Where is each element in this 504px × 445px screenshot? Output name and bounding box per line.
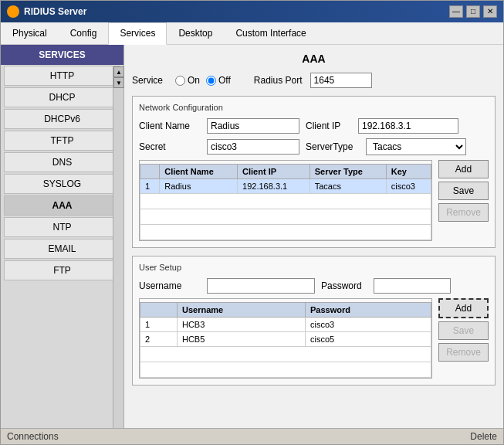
radius-port-label: Radius Port xyxy=(254,75,303,86)
server-type-label: ServerType xyxy=(306,141,360,152)
row-client-ip: 192.168.3.1 xyxy=(238,179,310,194)
user-setup-section: User Setup Username Password xyxy=(132,256,496,386)
network-config-section: Network Configuration Client Name Radius… xyxy=(132,96,496,248)
sidebar-item-ntp[interactable]: NTP xyxy=(4,217,120,237)
user-action-buttons: Add Save Remove xyxy=(438,298,489,379)
username-input[interactable] xyxy=(207,278,315,294)
network-save-button[interactable]: Save xyxy=(438,182,489,200)
user-col-num xyxy=(140,303,178,318)
sidebar-item-syslog[interactable]: SYSLOG xyxy=(4,174,120,194)
table-row-empty xyxy=(140,194,431,209)
panel-title: AAA xyxy=(132,53,496,65)
user-add-button[interactable]: Add xyxy=(438,298,489,318)
col-client-ip: Client IP xyxy=(238,165,310,179)
username-label: Username xyxy=(139,280,201,291)
sidebar-item-aaa[interactable]: AAA xyxy=(4,195,120,216)
radio-off-input[interactable] xyxy=(206,76,216,86)
table-row-empty xyxy=(140,209,431,225)
username-row: Username Password xyxy=(139,278,489,294)
user-table-container: Username Password 1 HCB3 cisco3 xyxy=(139,298,432,379)
table-row-empty xyxy=(140,225,431,240)
row-password: cisco5 xyxy=(306,332,431,347)
radius-port-input[interactable]: 1645 xyxy=(310,73,372,88)
main-panel: AAA Service On Off Radius Port 1645 xyxy=(124,45,503,428)
col-num xyxy=(140,165,160,179)
bottom-delete[interactable]: Delete xyxy=(470,431,497,442)
password-label: Password xyxy=(321,280,367,291)
bottom-connections[interactable]: Connections xyxy=(7,431,59,442)
tab-desktop[interactable]: Desktop xyxy=(167,22,224,44)
client-name-label: Client Name xyxy=(139,121,201,131)
row-index: 1 xyxy=(140,179,160,194)
sidebar-item-http[interactable]: HTTP xyxy=(4,66,120,86)
client-ip-label: Client IP xyxy=(306,121,352,131)
client-ip-input[interactable]: 192.168.3.1 xyxy=(358,118,458,134)
row-username: HCB3 xyxy=(177,318,305,332)
minimize-button[interactable]: — xyxy=(449,5,463,18)
main-window: RIDIUS Server — □ ✕ Physical Config Serv… xyxy=(0,0,504,445)
close-button[interactable]: ✕ xyxy=(483,5,497,18)
window-title: RIDIUS Server xyxy=(24,6,449,17)
user-table: Username Password 1 HCB3 cisco3 xyxy=(140,302,431,378)
client-name-input[interactable]: Radius xyxy=(207,118,299,134)
table-row-empty xyxy=(140,362,431,378)
network-config-title: Network Configuration xyxy=(139,103,489,112)
row-index: 2 xyxy=(140,332,178,347)
network-add-button[interactable]: Add xyxy=(438,160,489,178)
tab-config[interactable]: Config xyxy=(59,22,109,44)
tab-custom-interface[interactable]: Custom Interface xyxy=(224,22,317,44)
row-key: cisco3 xyxy=(386,179,431,194)
row-password: cisco3 xyxy=(306,318,431,332)
table-row[interactable]: 2 HCB5 cisco5 xyxy=(140,332,431,347)
row-index: 1 xyxy=(140,318,178,332)
table-row[interactable]: 1 HCB3 cisco3 xyxy=(140,318,431,332)
row-client-name: Radius xyxy=(160,179,238,194)
user-save-button[interactable]: Save xyxy=(438,321,489,340)
user-col-password: Password xyxy=(306,303,431,318)
table-row-empty xyxy=(140,347,431,362)
network-action-buttons: Add Save Remove xyxy=(438,160,489,241)
menu-bar: Physical Config Services Desktop Custom … xyxy=(1,22,503,45)
tab-physical[interactable]: Physical xyxy=(1,22,59,44)
user-remove-button[interactable]: Remove xyxy=(438,343,489,362)
secret-input[interactable]: cisco3 xyxy=(207,139,299,155)
secret-row: Secret cisco3 ServerType Tacacs Radius xyxy=(139,138,489,155)
maximize-button[interactable]: □ xyxy=(466,5,480,18)
sidebar-item-dhcpv6[interactable]: DHCPv6 xyxy=(4,109,120,129)
user-setup-title: User Setup xyxy=(139,263,489,272)
client-name-row: Client Name Radius Client IP 192.168.3.1 xyxy=(139,118,489,134)
radio-on-input[interactable] xyxy=(175,76,185,86)
scroll-up-button[interactable]: ▲ xyxy=(113,66,124,77)
sidebar-header: SERVICES xyxy=(1,45,123,65)
col-server-type: Server Type xyxy=(310,165,386,179)
sidebar-scrollbar: ▲ ▼ xyxy=(113,66,123,428)
sidebar-item-tftp[interactable]: TFTP xyxy=(4,131,120,151)
col-client-name: Client Name xyxy=(160,165,238,179)
service-row: Service On Off Radius Port 1645 xyxy=(132,73,496,88)
window-controls: — □ ✕ xyxy=(449,5,497,18)
network-table: Client Name Client IP Server Type Key 1 … xyxy=(140,164,431,240)
network-table-area: Client Name Client IP Server Type Key 1 … xyxy=(139,160,489,241)
bottom-bar: Connections Delete xyxy=(1,428,503,444)
server-type-select[interactable]: Tacacs Radius xyxy=(366,138,466,155)
sidebar-item-dhcp[interactable]: DHCP xyxy=(4,87,120,107)
col-key: Key xyxy=(386,165,431,179)
radio-off[interactable]: Off xyxy=(206,75,231,86)
radio-on[interactable]: On xyxy=(175,75,200,86)
network-remove-button[interactable]: Remove xyxy=(438,203,489,222)
content-area: SERVICES HTTP DHCP DHCPv6 TFTP DNS SYSLO… xyxy=(1,45,503,428)
table-row[interactable]: 1 Radius 192.168.3.1 Tacacs cisco3 xyxy=(140,179,431,194)
password-input[interactable] xyxy=(374,278,451,294)
user-col-username: Username xyxy=(177,303,305,318)
user-table-area: Username Password 1 HCB3 cisco3 xyxy=(139,298,489,379)
secret-label: Secret xyxy=(139,141,201,152)
network-table-container: Client Name Client IP Server Type Key 1 … xyxy=(139,160,432,241)
scroll-down-button[interactable]: ▼ xyxy=(113,77,124,88)
row-server-type: Tacacs xyxy=(310,179,386,194)
sidebar-item-email[interactable]: EMAIL xyxy=(4,239,120,259)
radio-on-label: On xyxy=(188,75,200,86)
sidebar: SERVICES HTTP DHCP DHCPv6 TFTP DNS SYSLO… xyxy=(1,45,124,428)
tab-services[interactable]: Services xyxy=(108,22,167,45)
sidebar-item-ftp[interactable]: FTP xyxy=(4,260,120,280)
sidebar-item-dns[interactable]: DNS xyxy=(4,152,120,172)
